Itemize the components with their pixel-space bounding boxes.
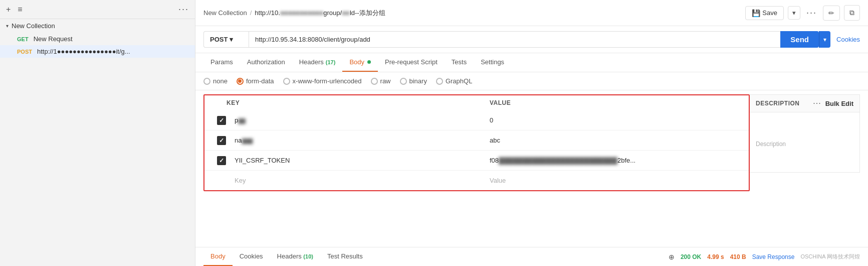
cookies-link[interactable]: Cookies <box>836 36 860 43</box>
form-table: KEY VALUE ✓ p▓▓ 0 ✓ <box>203 94 750 191</box>
bottom-tabs: Body Cookies Headers (10) Test Results <box>195 247 378 266</box>
method-label: POST <box>210 36 228 43</box>
new-key-input[interactable]: Key <box>231 175 486 186</box>
radio-raw[interactable]: raw <box>371 77 391 85</box>
bottom-tab-cookies[interactable]: Cookies <box>233 247 270 266</box>
radio-circle-graphql <box>436 78 443 85</box>
tab-pre-request[interactable]: Pre-request Script <box>378 53 445 72</box>
filter-icon[interactable]: ≡ <box>18 5 22 14</box>
send-button-group: Send ▾ <box>780 31 830 48</box>
tab-authorization[interactable]: Authorization <box>240 53 292 72</box>
chevron-icon: ▾ <box>6 23 9 29</box>
row2-checkbox[interactable]: ✓ <box>217 136 226 145</box>
row1-value[interactable]: 0 <box>486 114 741 126</box>
request-label-get: New Request <box>34 35 73 43</box>
url-input[interactable] <box>249 31 780 48</box>
radio-form-data[interactable]: form-data <box>237 77 274 85</box>
radio-circle-urlencoded <box>283 78 290 85</box>
send-button[interactable]: Send <box>780 31 819 48</box>
topbar: New Collection / http://10.●●●●●●●●●●●gr… <box>195 0 868 26</box>
urlbar: POST ▾ Send ▾ Cookies <box>195 26 868 53</box>
table-row: ✓ na▓▓▓ abc <box>204 130 749 151</box>
radio-label-graphql: GraphQL <box>446 77 472 85</box>
radio-label-none: none <box>213 77 228 85</box>
add-icon[interactable]: + <box>6 5 11 14</box>
topbar-actions: 💾 Save ▾ ··· ✏ ⧉ <box>745 5 860 21</box>
sidebar-request-get[interactable]: GET New Request <box>0 33 195 45</box>
collection-label: New Collection <box>12 22 55 30</box>
radio-label-raw: raw <box>380 77 391 85</box>
breadcrumb: New Collection / http://10.●●●●●●●●●●●gr… <box>203 9 741 18</box>
response-time: 4.99 s <box>707 253 724 260</box>
description-column: DESCRIPTION ··· Bulk Edit Description <box>750 94 860 173</box>
bottom-tab-headers[interactable]: Headers (10) <box>270 247 320 266</box>
description-placeholder: Description <box>756 141 853 148</box>
sidebar: + ≡ ··· ▾ New Collection GET New Request… <box>0 0 195 266</box>
save-disk-icon: 💾 <box>752 9 760 17</box>
edit-button[interactable]: ✏ <box>823 6 840 21</box>
row2-key[interactable]: na▓▓▓ <box>231 135 486 146</box>
description-header: DESCRIPTION <box>756 100 813 107</box>
bottom-section: Body Cookies Headers (10) Test Results ⊕… <box>195 247 868 266</box>
headers-badge: (17) <box>326 59 336 65</box>
body-dot-indicator <box>367 60 371 64</box>
radio-urlencoded[interactable]: x-www-form-urlencoded <box>283 77 362 85</box>
method-select[interactable]: POST ▾ <box>203 31 249 48</box>
save-label: Save <box>762 9 777 17</box>
main-panel: New Collection / http://10.●●●●●●●●●●●gr… <box>195 0 868 266</box>
table-row: ✓ p▓▓ 0 <box>204 110 749 130</box>
collection-item[interactable]: ▾ New Collection <box>0 19 195 33</box>
bottom-headers-badge: (10) <box>303 253 313 259</box>
new-row: Key Value <box>204 171 749 190</box>
sidebar-request-post[interactable]: POST http://1●●●●●●●●●●●●●●●it/g... <box>0 45 195 58</box>
row3-checkbox[interactable]: ✓ <box>217 156 226 165</box>
body-type-selector: none form-data x-www-form-urlencoded raw… <box>195 72 868 90</box>
radio-circle-form-data <box>237 78 244 85</box>
request-tabs: Params Authorization Headers (17) Body P… <box>195 53 868 72</box>
radio-binary[interactable]: binary <box>400 77 427 85</box>
save-button[interactable]: 💾 Save <box>745 6 784 20</box>
send-dropdown-button[interactable]: ▾ <box>819 31 830 48</box>
copy-button[interactable]: ⧉ <box>844 5 860 21</box>
bulk-edit-button[interactable]: Bulk Edit <box>825 100 853 107</box>
radio-graphql[interactable]: GraphQL <box>436 77 472 85</box>
radio-circle-raw <box>371 78 378 85</box>
watermark: OSCHINA 网络技术阿煌 <box>800 253 860 260</box>
method-chevron-icon: ▾ <box>230 36 233 43</box>
tab-params[interactable]: Params <box>203 53 240 72</box>
topbar-more-icon[interactable]: ··· <box>804 8 819 18</box>
request-label-post: http://1●●●●●●●●●●●●●●●it/g... <box>37 48 130 55</box>
tab-body[interactable]: Body <box>342 53 378 72</box>
globe-icon: ⊕ <box>669 253 675 261</box>
status-bar: ⊕ 200 OK 4.99 s 410 B Save Response OSCH… <box>661 251 868 263</box>
sidebar-header: + ≡ ··· <box>0 0 195 19</box>
method-badge-post: POST <box>16 49 33 55</box>
tab-settings[interactable]: Settings <box>474 53 511 72</box>
breadcrumb-collection: New Collection <box>203 9 247 17</box>
breadcrumb-current: http://10.●●●●●●●●●●●group/●●ld--添加分组 <box>255 9 385 18</box>
radio-label-urlencoded: x-www-form-urlencoded <box>293 77 362 85</box>
radio-label-form-data: form-data <box>246 77 274 85</box>
breadcrumb-separator: / <box>250 9 252 17</box>
sidebar-more-icon[interactable]: ··· <box>178 4 189 15</box>
status-code: 200 OK <box>681 253 701 260</box>
radio-circle-none <box>203 78 210 85</box>
row3-value[interactable]: f08▓▓▓▓▓▓▓▓▓▓▓▓▓▓▓▓▓▓▓▓▓▓▓▓▓2bfe... <box>486 155 741 166</box>
bottom-tab-test-results[interactable]: Test Results <box>320 247 370 266</box>
bottom-tab-body[interactable]: Body <box>203 247 233 266</box>
description-more-icon[interactable]: ··· <box>813 99 821 108</box>
tab-headers[interactable]: Headers (17) <box>292 53 343 72</box>
new-value-input[interactable]: Value <box>486 175 741 186</box>
tab-tests[interactable]: Tests <box>445 53 474 72</box>
sidebar-header-icons: + ≡ <box>6 5 23 14</box>
radio-label-binary: binary <box>409 77 427 85</box>
save-dropdown-button[interactable]: ▾ <box>788 6 800 20</box>
row1-checkbox[interactable]: ✓ <box>217 116 226 125</box>
save-response-link[interactable]: Save Response <box>752 253 795 260</box>
row1-key[interactable]: p▓▓ <box>231 114 486 126</box>
radio-none[interactable]: none <box>203 77 228 85</box>
row2-value[interactable]: abc <box>486 135 741 146</box>
radio-inner-form-data <box>238 79 242 83</box>
row3-key[interactable]: YII_CSRF_TOKEN <box>231 155 486 166</box>
col-key-header: KEY <box>223 95 486 110</box>
